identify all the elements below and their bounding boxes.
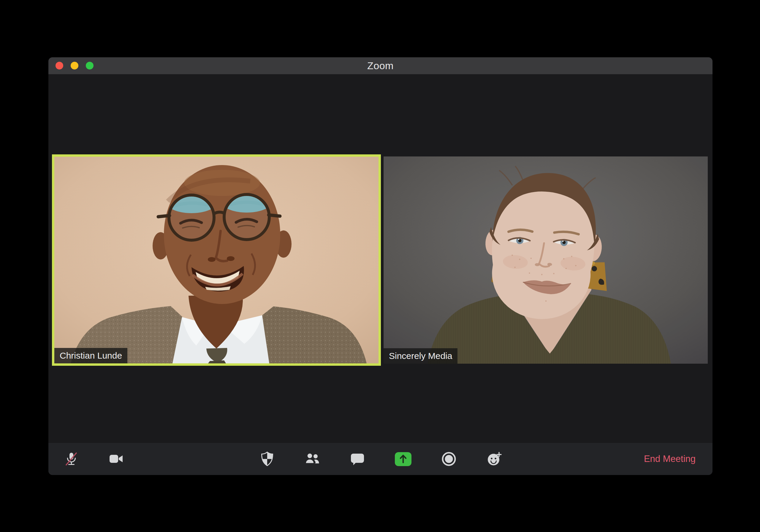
participants-icon (305, 451, 320, 467)
desktop-background: Zoom (0, 0, 760, 532)
participant-name-label: Christian Lunde (54, 348, 127, 363)
security-button[interactable] (260, 451, 275, 467)
chat-button[interactable] (350, 451, 365, 467)
video-tile-christian-lunde[interactable]: Christian Lunde (52, 154, 381, 366)
mute-button[interactable] (64, 451, 79, 467)
shield-icon (260, 451, 275, 467)
window-titlebar[interactable]: Zoom (48, 57, 712, 74)
reactions-smiley-icon (486, 451, 502, 467)
zoom-app-window: Zoom (48, 57, 712, 475)
window-title: Zoom (48, 57, 712, 74)
meeting-toolbar: End Meeting (48, 443, 712, 475)
reactions-button[interactable] (486, 451, 502, 467)
video-camera-icon (108, 451, 124, 467)
record-icon (441, 451, 456, 467)
video-button[interactable] (108, 451, 124, 467)
toolbar-left-group (64, 443, 124, 475)
microphone-muted-icon (64, 451, 79, 467)
toolbar-center-group (260, 443, 502, 475)
video-tile-sincerely-media[interactable]: Sincerely Media (384, 157, 708, 364)
chat-bubble-icon (350, 451, 365, 467)
record-button[interactable] (441, 451, 456, 467)
participant-name-label: Sincerely Media (384, 348, 457, 364)
share-screen-arrow-icon (397, 453, 409, 464)
participant-name: Sincerely Media (389, 351, 452, 361)
participant-name: Christian Lunde (60, 351, 122, 361)
participant-video-christian-lunde (54, 157, 379, 363)
end-meeting-button[interactable]: End Meeting (643, 443, 697, 475)
participant-video-sincerely-media (384, 157, 708, 364)
share-screen-button[interactable] (395, 452, 411, 466)
participants-button[interactable] (305, 451, 320, 467)
